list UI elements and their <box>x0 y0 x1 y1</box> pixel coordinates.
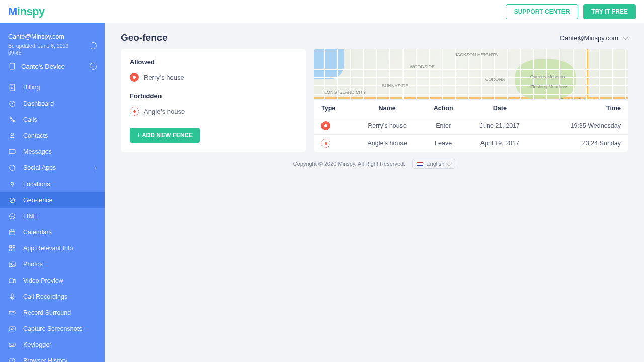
forbidden-heading: Forbidden <box>130 92 297 100</box>
row-time: 23:24 Sunday <box>536 135 628 152</box>
nav-label: Keylogger <box>23 341 51 348</box>
nav-label: Capture Screenshots <box>23 325 82 332</box>
svg-point-5 <box>10 165 15 171</box>
sidebar-item-photos[interactable]: Photos <box>0 256 105 273</box>
line-icon <box>8 212 16 220</box>
user-icon <box>8 132 16 140</box>
table-row[interactable]: Rerry's houseEnterJune 21, 201719:35 Wed… <box>314 117 628 135</box>
chevron-down-icon <box>90 63 97 70</box>
svg-rect-12 <box>13 246 15 248</box>
row-action: Leave <box>423 135 464 152</box>
capture-icon <box>8 325 16 333</box>
chevron-right-icon: › <box>95 164 97 171</box>
svg-point-6 <box>11 182 13 185</box>
sidebar-item-calendars[interactable]: Calendars <box>0 224 105 240</box>
allowed-heading: Allowed <box>130 58 297 66</box>
sidebar-email: Cante@Minspy.com <box>8 33 97 40</box>
svg-point-16 <box>11 263 12 265</box>
nav-label: Record Surround <box>23 309 71 316</box>
chat-icon <box>8 148 16 156</box>
map[interactable]: JACKSON HEIGHTSWOODSIDESUNNYSIDELONG ISL… <box>314 49 628 99</box>
device-label: Cante's Device <box>21 63 65 70</box>
sidebar-item-billing[interactable]: Billing <box>0 79 105 96</box>
sidebar-item-video-preview[interactable]: Video Preview <box>0 273 105 289</box>
row-time: 19:35 Wednesday <box>536 117 628 135</box>
lang-label: English <box>426 161 444 167</box>
refresh-icon[interactable] <box>90 42 97 49</box>
sidebar-item-browser-history[interactable]: Browser History <box>0 353 105 362</box>
image-icon <box>8 260 16 268</box>
sidebar-item-contacts[interactable]: Contacts <box>0 128 105 144</box>
row-pin-icon <box>321 139 330 148</box>
sidebar-item-calls[interactable]: Calls <box>0 112 105 128</box>
row-name: Angle's house <box>352 135 423 152</box>
fence-item[interactable]: Angle's house <box>121 104 306 119</box>
th-name: Name <box>352 100 423 117</box>
nav-label: Billing <box>23 84 40 91</box>
fence-list-panel: Allowed Rerry's house Forbidden Angle's … <box>121 49 306 152</box>
sidebar-item-capture-screenshots[interactable]: Capture Screenshots <box>0 321 105 337</box>
sidebar-item-locations[interactable]: Locations <box>0 176 105 192</box>
fence-pin-icon <box>130 107 139 116</box>
svg-point-3 <box>11 133 13 136</box>
support-button[interactable]: SUPPORT CENTER <box>506 4 579 19</box>
video-icon <box>8 277 16 285</box>
nav-label: Calendars <box>23 229 52 236</box>
svg-rect-18 <box>11 294 13 298</box>
th-type: Type <box>314 100 352 117</box>
nav-label: Social Apps <box>23 164 56 171</box>
sidebar-item-social-apps[interactable]: Social Apps› <box>0 160 105 176</box>
sidebar-item-messages[interactable]: Messages <box>0 144 105 160</box>
nav-label: Video Preview <box>23 277 63 284</box>
sidebar-item-call-recordings[interactable]: Call Recordings <box>0 289 105 305</box>
grid-icon <box>8 244 16 252</box>
flag-icon <box>417 162 423 166</box>
nav-label: Call Recordings <box>23 293 67 300</box>
map-panel: JACKSON HEIGHTSWOODSIDESUNNYSIDELONG ISL… <box>314 49 628 152</box>
target-icon <box>8 196 16 204</box>
th-action: Action <box>423 100 464 117</box>
sidebar-item-record-surround[interactable]: Record Surround <box>0 305 105 321</box>
row-date: April 19, 2017 <box>464 135 536 152</box>
account-label: Cante@Minspy.com <box>560 34 618 42</box>
fence-pin-icon <box>130 73 139 82</box>
map-label: WOODSIDE <box>410 64 435 69</box>
svg-rect-4 <box>9 150 15 154</box>
sidebar-item-app-relevant-info[interactable]: App Relevant Info <box>0 240 105 256</box>
sidebar[interactable]: Cante@Minspy.com Be updated: June 6, 201… <box>0 23 105 362</box>
content: Geo-fence Cante@Minspy.com Allowed Rerry… <box>105 23 644 362</box>
device-select[interactable]: Cante's Device <box>8 62 97 70</box>
nav-label: LINE <box>23 213 37 220</box>
device-icon <box>8 62 16 70</box>
sidebar-item-keylogger[interactable]: Keylogger <box>0 337 105 353</box>
account-dropdown[interactable]: Cante@Minspy.com <box>560 34 628 42</box>
row-pin-icon <box>321 121 330 130</box>
row-date: June 21, 2017 <box>464 117 536 135</box>
wave-icon <box>8 309 16 317</box>
svg-point-21 <box>11 328 13 330</box>
mic-icon <box>8 293 16 301</box>
language-select[interactable]: English <box>412 159 455 169</box>
fence-item[interactable]: Rerry's house <box>121 70 306 85</box>
sidebar-item-geo-fence[interactable]: Geo-fence <box>0 192 105 208</box>
fence-name: Angle's house <box>144 108 185 115</box>
svg-rect-13 <box>10 249 12 251</box>
sidebar-updated: Be updated: June 6, 201909:45 <box>8 42 68 56</box>
nav-label: Contacts <box>23 132 48 139</box>
topbar: Minspy SUPPORT CENTER TRY IT FREE <box>0 0 644 23</box>
th-date: Date <box>464 100 536 117</box>
svg-rect-0 <box>10 63 14 69</box>
sidebar-item-line[interactable]: LINE <box>0 208 105 224</box>
sidebar-item-dashboard[interactable]: Dashboard <box>0 96 105 112</box>
table-row[interactable]: Angle's houseLeaveApril 19, 201723:24 Su… <box>314 135 628 152</box>
nav-label: Dashboard <box>23 100 54 107</box>
add-fence-button[interactable]: + ADD NEW FENCE <box>130 128 200 143</box>
nav-label: Geo-fence <box>23 197 52 204</box>
row-action: Enter <box>423 117 464 135</box>
try-free-button[interactable]: TRY IT FREE <box>583 4 636 19</box>
receipt-icon <box>8 83 16 92</box>
row-name: Rerry's house <box>352 117 423 135</box>
gauge-icon <box>8 100 16 108</box>
nav-label: Calls <box>23 116 37 123</box>
svg-point-8 <box>12 200 13 201</box>
